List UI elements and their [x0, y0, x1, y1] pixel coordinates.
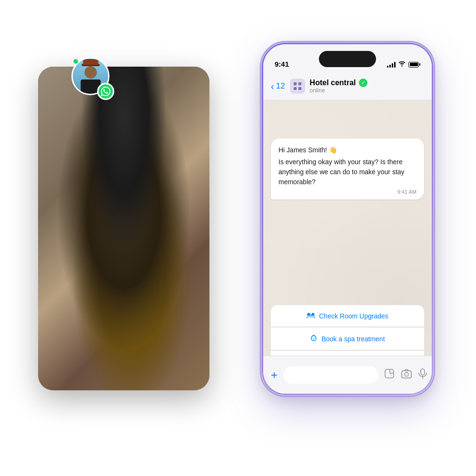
- input-bar: +: [263, 356, 432, 394]
- person-photo: [38, 67, 209, 390]
- add-button[interactable]: +: [271, 368, 278, 382]
- message-line1: Hi James Smith! 👋: [278, 145, 416, 155]
- chevron-left-icon: ‹: [271, 81, 274, 91]
- chat-header: ‹ 12 Hotel central ✓ onl: [263, 72, 432, 100]
- quick-reply-spa[interactable]: Book a spa treatment: [271, 327, 424, 350]
- svg-rect-2: [298, 82, 301, 85]
- chat-area: Hi James Smith! 👋 Is everything okay wit…: [263, 100, 432, 356]
- contact-status: online: [310, 87, 424, 94]
- quick-reply-room-upgrades[interactable]: Check Room Upgrades: [271, 305, 424, 327]
- status-icons: [387, 61, 420, 68]
- photo-card: [38, 67, 209, 390]
- svg-rect-11: [385, 369, 394, 378]
- contact-name-row: Hotel central ✓: [310, 79, 424, 87]
- contact-name: Hotel central: [310, 79, 356, 87]
- wifi-icon: [398, 61, 406, 68]
- spa-label: Book a spa treatment: [321, 335, 385, 343]
- message-input[interactable]: [283, 367, 378, 384]
- svg-point-0: [401, 66, 402, 67]
- quick-reply-reception[interactable]: Call the reception: [271, 350, 424, 356]
- signal-icon: [387, 62, 396, 68]
- svg-rect-4: [298, 87, 301, 90]
- contact-info: Hotel central ✓ online: [310, 79, 424, 94]
- svg-point-13: [405, 373, 408, 377]
- whatsapp-badge: [97, 83, 114, 100]
- bed-icon: [307, 312, 315, 320]
- dynamic-island: [319, 51, 376, 67]
- online-indicator: [72, 58, 79, 65]
- svg-rect-1: [294, 82, 297, 85]
- camera-icon[interactable]: [401, 369, 412, 381]
- svg-rect-3: [294, 87, 297, 90]
- message-line2: Is everything okay with your stay? Is th…: [278, 157, 416, 187]
- back-count: 12: [276, 81, 285, 91]
- status-time: 9:41: [275, 60, 289, 68]
- input-action-icons: [384, 368, 427, 381]
- svg-rect-12: [402, 371, 411, 378]
- message-bubble: Hi James Smith! 👋 Is everything okay wit…: [271, 139, 424, 199]
- spa-icon: [310, 334, 317, 343]
- svg-rect-14: [421, 369, 425, 375]
- room-upgrades-label: Check Room Upgrades: [319, 312, 388, 320]
- message-time: 9:41 AM: [278, 189, 416, 195]
- battery-icon: [408, 62, 420, 68]
- iphone-mockup: 9:41: [262, 43, 433, 395]
- iphone-screen: 9:41: [263, 44, 432, 394]
- back-button[interactable]: ‹ 12: [271, 81, 285, 91]
- verified-badge: ✓: [359, 79, 367, 87]
- svg-rect-8: [312, 313, 314, 316]
- mic-icon[interactable]: [418, 368, 427, 381]
- scene: 9:41: [24, 29, 452, 447]
- quick-replies: Check Room Upgrades Book a spa treatment: [271, 305, 424, 356]
- svg-rect-7: [307, 313, 310, 316]
- grid-icon[interactable]: [290, 79, 305, 94]
- avatar-container: [71, 57, 114, 100]
- sticker-icon[interactable]: [384, 368, 395, 381]
